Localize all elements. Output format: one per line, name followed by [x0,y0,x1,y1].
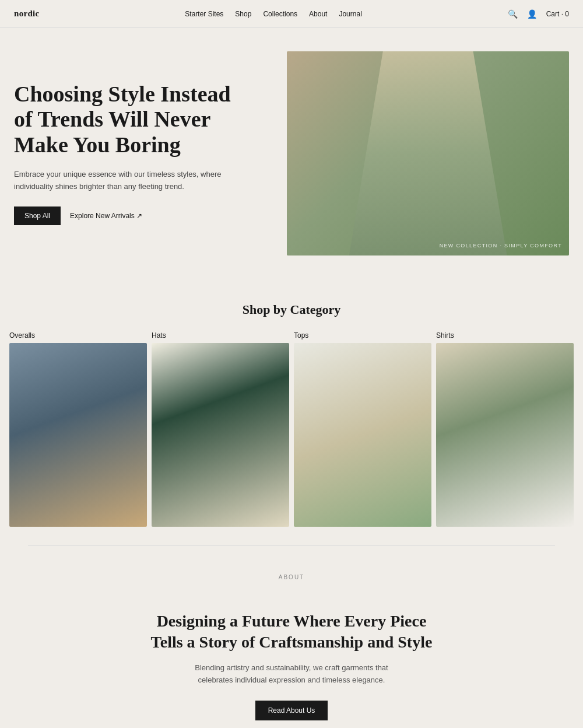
hero-image-inner: NEW COLLECTION · SIMPLY COMFORT [287,51,569,256]
main-nav: nordic Starter Sites Shop Collections Ab… [0,0,583,28]
nav-journal[interactable]: Journal [339,10,361,18]
category-section-title: Shop by Category [0,302,583,317]
category-hats[interactable]: Hats [152,331,289,527]
read-about-button[interactable]: Read About Us [255,701,328,720]
divider-line [28,545,555,546]
about-divider-area: ABOUT [0,527,583,580]
explore-arrivals-link[interactable]: Explore New Arrivals ↗ [70,212,142,220]
hero-figure [315,51,541,256]
nav-right: 🔍 👤 Cart · 0 [508,9,569,19]
hero-image: NEW COLLECTION · SIMPLY COMFORT [287,51,569,256]
nav-shop[interactable]: Shop [235,10,251,18]
about-section: Designing a Future Where Every Piece Tel… [0,599,583,728]
category-overalls[interactable]: Overalls [9,331,147,527]
user-icon[interactable]: 👤 [527,9,537,19]
category-shirts[interactable]: Shirts [436,331,574,527]
brand-logo[interactable]: nordic [14,9,39,19]
category-label-shirts: Shirts [436,331,574,340]
hero-section: Choosing Style Instead of Trends Will Ne… [0,28,583,279]
category-tops[interactable]: Tops [294,331,431,527]
categories-grid: Overalls Hats Tops Shirts [0,331,583,527]
nav-about[interactable]: About [309,10,327,18]
nav-starter-sites[interactable]: Starter Sites [185,10,223,18]
category-label-hats: Hats [152,331,289,340]
hero-buttons: Shop All Explore New Arrivals ↗ [14,206,252,225]
nav-links: Starter Sites Shop Collections About Jou… [185,10,361,18]
hero-subtext: Embrace your unique essence with our tim… [14,169,252,193]
hero-text: Choosing Style Instead of Trends Will Ne… [14,51,264,256]
category-img-overalls [9,343,147,527]
category-label-tops: Tops [294,331,431,340]
hero-headline: Choosing Style Instead of Trends Will Ne… [14,82,252,158]
nav-collections[interactable]: Collections [263,10,297,18]
search-icon[interactable]: 🔍 [508,9,518,19]
about-divider-label: ABOUT [14,574,569,580]
cart-link[interactable]: Cart · 0 [546,10,569,18]
about-body: Blending artistry and sustainability, we… [181,662,402,687]
hero-image-label: NEW COLLECTION · SIMPLY COMFORT [440,243,562,249]
category-img-hats [152,343,289,527]
shop-by-category: Shop by Category Overalls Hats Tops Shir… [0,302,583,527]
shop-all-button[interactable]: Shop All [14,206,61,225]
category-img-tops [294,343,431,527]
about-headline: Designing a Future Where Every Piece Tel… [140,611,443,653]
category-label-overalls: Overalls [9,331,147,340]
category-img-shirts [436,343,574,527]
